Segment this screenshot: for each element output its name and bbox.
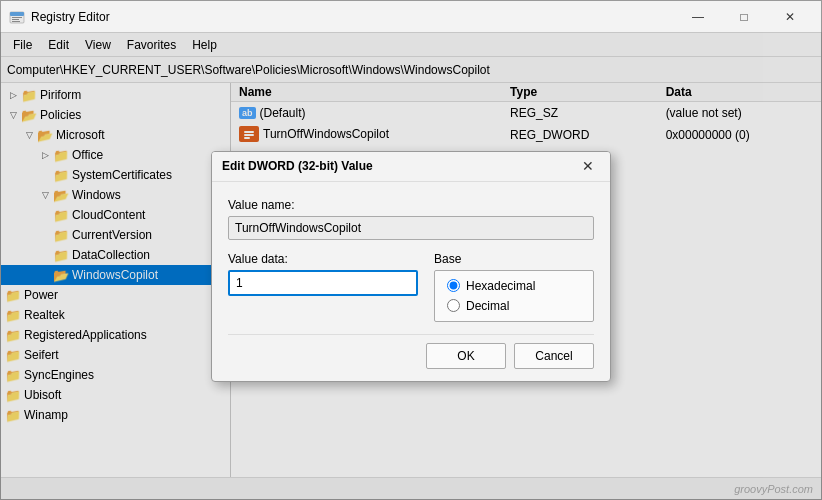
cancel-button[interactable]: Cancel bbox=[514, 343, 594, 369]
value-name-input[interactable] bbox=[228, 216, 594, 240]
value-data-label: Value data: bbox=[228, 252, 418, 266]
svg-rect-4 bbox=[12, 21, 20, 22]
ok-button[interactable]: OK bbox=[426, 343, 506, 369]
value-data-col: Value data: bbox=[228, 252, 418, 322]
base-label: Base bbox=[434, 252, 594, 266]
dialog-data-row: Value data: Base Hexadecimal Decimal bbox=[228, 252, 594, 322]
dialog-overlay: Edit DWORD (32-bit) Value ✕ Value name: … bbox=[0, 32, 822, 500]
title-bar: Registry Editor — □ ✕ bbox=[1, 1, 821, 33]
radio-dec-input[interactable] bbox=[447, 299, 460, 312]
svg-rect-1 bbox=[10, 12, 24, 16]
svg-rect-3 bbox=[12, 19, 19, 20]
dialog-titlebar: Edit DWORD (32-bit) Value ✕ bbox=[212, 152, 610, 182]
maximize-button[interactable]: □ bbox=[721, 1, 767, 33]
minimize-button[interactable]: — bbox=[675, 1, 721, 33]
window-controls: — □ ✕ bbox=[675, 1, 813, 33]
radio-hex-label: Hexadecimal bbox=[466, 279, 535, 293]
close-button[interactable]: ✕ bbox=[767, 1, 813, 33]
dialog-buttons: OK Cancel bbox=[228, 334, 594, 369]
edit-dword-dialog: Edit DWORD (32-bit) Value ✕ Value name: … bbox=[211, 151, 611, 382]
value-data-input[interactable] bbox=[228, 270, 418, 296]
radio-decimal[interactable]: Decimal bbox=[447, 299, 581, 313]
base-col: Base Hexadecimal Decimal bbox=[434, 252, 594, 322]
app-icon bbox=[9, 9, 25, 25]
title-text: Registry Editor bbox=[31, 10, 675, 24]
dialog-title: Edit DWORD (32-bit) Value bbox=[222, 159, 576, 173]
dialog-close-button[interactable]: ✕ bbox=[576, 154, 600, 178]
dialog-body: Value name: Value data: Base Hexadecimal bbox=[212, 182, 610, 381]
svg-rect-2 bbox=[12, 17, 22, 18]
radio-dec-label: Decimal bbox=[466, 299, 509, 313]
value-name-label: Value name: bbox=[228, 198, 594, 212]
base-radio-group: Hexadecimal Decimal bbox=[434, 270, 594, 322]
radio-hexadecimal[interactable]: Hexadecimal bbox=[447, 279, 581, 293]
radio-hex-input[interactable] bbox=[447, 279, 460, 292]
